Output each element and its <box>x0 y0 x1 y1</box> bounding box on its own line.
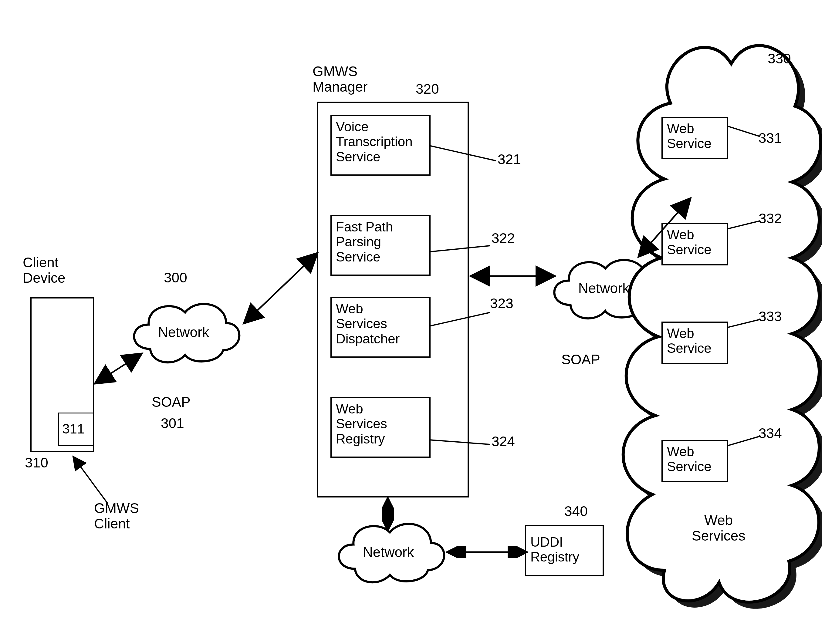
manager-item-0-label: Voice Transcription Service <box>332 116 429 167</box>
manager-box: Voice Transcription Service Fast Path Pa… <box>317 102 469 497</box>
client-device-title: Client Device <box>23 255 65 286</box>
manager-item-1-ref: 322 <box>491 230 515 246</box>
web-service-0-box: Web Service <box>661 117 728 159</box>
web-service-2-label: Web Service <box>663 323 727 359</box>
manager-item-2-label: Web Services Dispatcher <box>332 298 429 349</box>
web-service-3-label: Web Service <box>663 441 727 477</box>
arrow-net1-manager <box>240 249 321 327</box>
web-service-2-box: Web Service <box>661 321 728 364</box>
manager-title: GMWS Manager <box>312 64 368 94</box>
gmws-client-inner-box: 311 <box>58 412 94 446</box>
svg-line-10 <box>246 255 315 321</box>
arrow-net3-uddi <box>446 546 528 558</box>
network-1-cloud: Network <box>123 290 244 369</box>
web-service-0-ref: 331 <box>759 130 782 146</box>
manager-item-1-label: Fast Path Parsing Service <box>332 216 429 267</box>
soap-1-ref: 301 <box>161 415 184 431</box>
web-service-2-ref: 333 <box>759 309 782 324</box>
manager-item-3-label: Web Services Registry <box>332 398 429 449</box>
uddi-ref: 340 <box>564 503 588 519</box>
web-service-1-box: Web Service <box>661 223 728 266</box>
soap-2-label: SOAP <box>561 352 600 368</box>
manager-item-2-box: Web Services Dispatcher <box>331 297 431 358</box>
manager-ref: 320 <box>416 81 439 97</box>
gmws-client-label: GMWS Client <box>94 500 139 531</box>
client-device-ref: 310 <box>25 455 48 471</box>
web-services-ref: 330 <box>768 51 791 66</box>
web-service-1-label: Web Service <box>663 224 727 260</box>
manager-item-2-ref: 323 <box>490 296 513 311</box>
svg-line-0 <box>74 457 108 503</box>
web-service-1-ref: 332 <box>759 211 782 226</box>
uddi-box: UDDI Registry <box>525 525 604 576</box>
web-service-3-box: Web Service <box>661 440 728 482</box>
uddi-label: UDDI Registry <box>526 526 603 568</box>
web-services-title: Web Services <box>692 513 745 543</box>
manager-item-3-ref: 324 <box>491 434 515 449</box>
web-service-0-label: Web Service <box>663 118 727 154</box>
network-1-label: Network <box>158 324 209 340</box>
network-3-label: Network <box>363 544 414 560</box>
diagram-canvas: Client Device 311 310 GMWS Client Networ… <box>0 0 825 644</box>
network-3-cloud: Network <box>328 510 449 588</box>
client-device-box: 311 <box>30 297 94 452</box>
soap-1-label: SOAP <box>152 394 190 410</box>
network-1-ref: 300 <box>164 270 187 286</box>
manager-item-1-box: Fast Path Parsing Service <box>331 215 431 276</box>
web-service-3-ref: 334 <box>759 426 782 441</box>
manager-item-0-ref: 321 <box>497 152 521 167</box>
manager-item-3-box: Web Services Registry <box>331 397 431 458</box>
manager-item-0-box: Voice Transcription Service <box>331 115 431 176</box>
gmws-client-inner-ref: 311 <box>59 414 93 444</box>
